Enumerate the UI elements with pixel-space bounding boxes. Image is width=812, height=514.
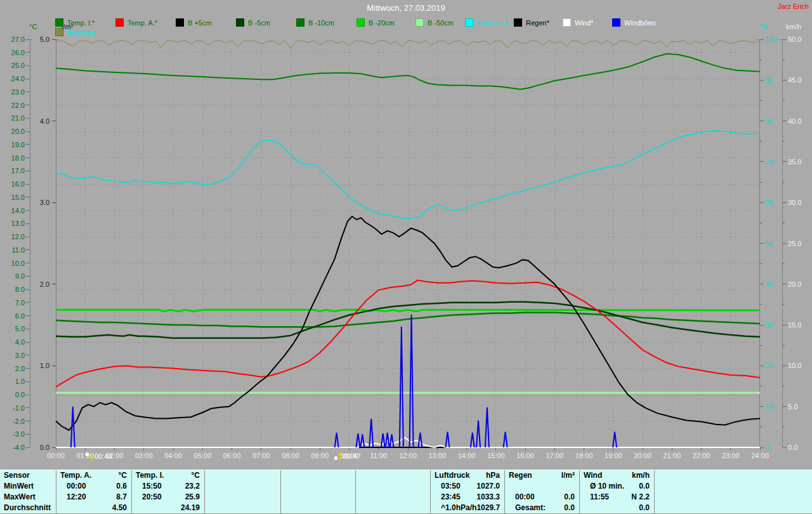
hour-tick-label: 22:00 [693, 452, 710, 459]
moon-set-icon [84, 451, 95, 461]
table-row: Ø 10 min.0.0 [580, 481, 654, 492]
percent-tick-label: 30 [765, 321, 773, 329]
percent-tick-label: 20 [765, 362, 773, 369]
table-cell-value [545, 481, 579, 492]
table-header-row: Windkm/h [580, 470, 654, 481]
table-header-row: Temp. I.°C [132, 470, 204, 481]
chart-series-b-20cm [56, 310, 760, 312]
chart-series-windboeen-spike [418, 433, 422, 447]
percent-tick-label: 60 [765, 199, 773, 206]
chart-series-windboeen-spike [613, 432, 617, 447]
celsius-tick-label: 16.0 [11, 180, 25, 188]
table-cell-time [56, 503, 97, 513]
table-group-name: Wind [580, 470, 617, 481]
table-cell-time [505, 481, 545, 492]
table-group-wind: Windkm/hØ 10 min.0.011:55N 2.20.0 [579, 470, 654, 513]
table-cell-value [321, 503, 355, 513]
table-row: 15:5023.2 [132, 481, 204, 492]
chart-series-windboeen-spike [485, 407, 489, 447]
table-row-label: MaxWert [0, 492, 56, 503]
hour-tick-label: 14:00 [458, 452, 476, 459]
table-cell-time [281, 492, 321, 503]
table-cell-value [246, 481, 280, 492]
table-group-name [356, 470, 393, 481]
table-cell-time: 00:00 [505, 492, 545, 503]
chart-series-windboeen-spike [445, 432, 449, 447]
chart-series-windboeen-spike [356, 433, 360, 447]
table-row: 00:000.0 [505, 492, 579, 503]
table-cell-value: 0.0 [624, 481, 654, 492]
table-row: 23:451033.3 [431, 492, 504, 503]
celsius-tick-label: 12.0 [11, 233, 25, 241]
hour-tick-label: 19:00 [605, 452, 622, 459]
celsius-tick-label: 18.0 [11, 154, 25, 162]
table-row [505, 481, 579, 492]
hour-tick-label: 13:00 [428, 452, 446, 459]
percent-tick-label: 70 [765, 158, 773, 166]
table-cell-value [246, 503, 280, 513]
table-cell-time: 20:50 [132, 492, 171, 503]
celsius-tick-label: 8.0 [15, 286, 25, 293]
kmh-tick-label: 40.0 [788, 117, 801, 125]
table-cell-time [356, 481, 396, 492]
table-group-unit [733, 470, 812, 481]
table-cell-value: 0.6 [97, 481, 132, 492]
table-cell-time [655, 492, 737, 503]
chart-series-windboeen-spike [360, 434, 364, 447]
celsius-tick-label: 19.0 [11, 141, 25, 148]
celsius-tick-label: 14.0 [11, 207, 25, 214]
percent-tick-label: 100 [765, 36, 776, 43]
table-row [356, 503, 430, 513]
table-cell-time [132, 503, 171, 513]
hour-tick-label: 08:00 [282, 452, 299, 459]
table-group-luftdruck: LuftdruckhPa03:501027.023:451033.3^1.0hP… [430, 470, 504, 513]
table-row-label: MinWert [0, 481, 56, 492]
table-group-name [281, 470, 318, 481]
celsius-tick-label: 17.0 [11, 167, 25, 175]
table-group-empty [204, 470, 280, 513]
table-header-row: LuftdruckhPa [431, 470, 504, 481]
table-cell-value [321, 492, 355, 503]
chart-series-windboeen-spike [381, 433, 385, 447]
table-header-row: Temp. A.°C [56, 470, 131, 481]
table-group-unit: °C [94, 470, 132, 481]
table-cell-time: 00:00 [56, 481, 97, 492]
celsius-tick-label: 26.0 [11, 49, 25, 56]
celsius-tick-label: 10.0 [11, 260, 25, 267]
chart-series-windboeen-spike [335, 433, 339, 447]
table-row [281, 503, 355, 513]
celsius-tick-label: 9.0 [15, 272, 25, 280]
celsius-tick-label: 21.0 [11, 114, 25, 122]
table-header-row [356, 470, 430, 481]
table-row [281, 492, 355, 503]
table-row [281, 481, 355, 492]
celsius-tick-label: 7.0 [15, 299, 25, 306]
celsius-tick-label: 13.0 [11, 220, 25, 227]
celsius-tick-label: 15.0 [11, 194, 25, 201]
chart-series-feuchte-a- [56, 131, 760, 219]
percent-tick-label: 40 [765, 280, 773, 288]
moon-marker-09-47: 09:47 [333, 451, 361, 463]
table-cell-time [205, 481, 246, 492]
celsius-tick-label: 2.0 [15, 365, 25, 372]
celsius-tick-label: 1.0 [15, 378, 25, 385]
table-cell-value [737, 492, 812, 503]
table-cell-time [356, 492, 396, 503]
kmh-tick-label: 50.0 [788, 36, 801, 43]
table-row [205, 492, 280, 503]
table-cell-value: 23.2 [171, 481, 205, 492]
percent-tick-label: 90 [765, 76, 773, 84]
table-group-unit [393, 470, 430, 481]
kmh-tick-label: 5.0 [788, 403, 797, 411]
chart-series-windboeen-spike [471, 433, 475, 447]
celsius-tick-label: 5.0 [15, 325, 25, 333]
table-cell-value: 25.9 [171, 492, 205, 503]
table-cell-time [205, 503, 246, 513]
chart-series-windboeen-spike [369, 419, 373, 447]
hour-tick-label: 16:00 [516, 452, 534, 459]
kmh-tick-label: 30.0 [788, 199, 801, 206]
hour-tick-label: 15:00 [487, 452, 505, 459]
hour-tick-label: 11:00 [370, 452, 387, 459]
table-cell-value: 1033.3 [471, 492, 505, 503]
table-group-unit: l/m² [542, 470, 579, 481]
